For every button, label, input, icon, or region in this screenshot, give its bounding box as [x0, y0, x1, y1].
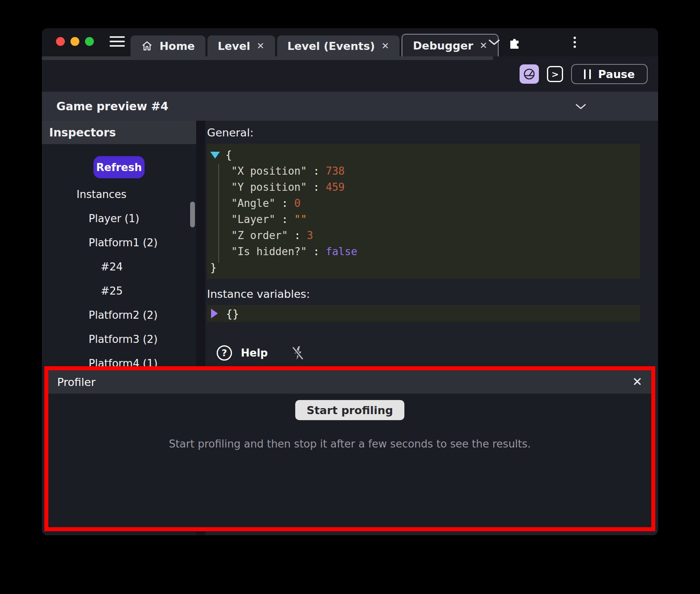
- json-separator: :: [307, 165, 326, 177]
- pause-icon: [584, 69, 591, 79]
- close-tab-icon[interactable]: ✕: [257, 41, 264, 51]
- home-icon: [141, 40, 153, 52]
- refresh-button[interactable]: Refresh: [93, 156, 145, 178]
- json-separator: :: [275, 213, 294, 225]
- json-separator: :: [307, 245, 326, 258]
- game-preview-title: Game preview #4: [56, 100, 168, 113]
- tab-label: Debugger: [413, 39, 473, 52]
- help-icon[interactable]: ?: [217, 345, 232, 361]
- console-prompt-icon: >: [551, 69, 559, 79]
- json-property-lines: "X position" : 738"Y position" : 459"Ang…: [210, 163, 634, 260]
- json-value: 459: [326, 181, 345, 193]
- sidebar-tree-item[interactable]: Player (1): [42, 206, 196, 231]
- json-key: "Angle": [231, 197, 275, 209]
- sidebar-tree-item[interactable]: #24: [42, 255, 196, 279]
- general-json-view: { "X position" : 738"Y position" : 459"A…: [207, 144, 640, 279]
- json-value: 0: [294, 197, 301, 209]
- gauge-icon: [523, 68, 536, 80]
- app-window: Home Level ✕ Level (Events) ✕ Debugger ✕: [42, 28, 658, 535]
- tabbar-scroll-strip: [42, 56, 493, 60]
- instance-variables-label: Instance variables:: [207, 288, 640, 300]
- general-label: General:: [207, 126, 640, 139]
- json-key: "X position": [231, 165, 307, 177]
- json-key: "Y position": [231, 181, 307, 193]
- pause-label: Pause: [598, 68, 635, 80]
- console-button[interactable]: >: [547, 66, 563, 82]
- json-separator: :: [307, 181, 326, 193]
- tab-label: Level (Events): [288, 40, 375, 52]
- sidebar-tree-item[interactable]: Platform1 (2): [42, 231, 196, 255]
- zoom-window-button[interactable]: [85, 37, 94, 46]
- json-key: "Layer": [231, 213, 275, 225]
- json-property-line: "X position" : 738: [210, 163, 634, 179]
- json-property-line: "Angle" : 0: [210, 195, 634, 211]
- debugger-toolbar: > Pause: [42, 56, 658, 92]
- json-value: "": [294, 213, 307, 225]
- expand-expander-icon[interactable]: [211, 309, 218, 318]
- tab-debugger[interactable]: Debugger ✕: [402, 34, 499, 56]
- collapse-expander-icon[interactable]: [210, 152, 220, 159]
- json-property-line: "Y position" : 459: [210, 179, 634, 195]
- chevron-down-icon[interactable]: [576, 104, 586, 109]
- extensions-puzzle-icon[interactable]: [508, 28, 521, 56]
- minimize-window-button[interactable]: [70, 37, 79, 46]
- sidebar-tree-item[interactable]: Platform3 (2): [42, 327, 196, 351]
- more-options-icon[interactable]: [574, 28, 576, 56]
- close-brace: }: [210, 260, 634, 276]
- profiler-body: Start profiling Start profiling and then…: [48, 394, 651, 450]
- close-tab-icon[interactable]: ✕: [381, 41, 389, 51]
- indent-guide: [218, 164, 219, 263]
- sidebar-tree: InstancesPlayer (1)Platform1 (2)#24#25Pl…: [42, 182, 196, 375]
- profiler-panel: Profiler ✕ Start profiling Start profili…: [44, 366, 655, 531]
- menu-icon[interactable]: [110, 36, 125, 47]
- instance-variables-value: {}: [226, 307, 239, 320]
- help-label[interactable]: Help: [241, 347, 268, 359]
- titlebar: Home Level ✕ Level (Events) ✕ Debugger ✕: [42, 28, 658, 56]
- game-preview-selector[interactable]: Game preview #4: [42, 92, 658, 121]
- json-separator: :: [275, 197, 294, 209]
- help-row: ? Help: [207, 345, 640, 361]
- tabs-overflow-chevron-icon[interactable]: [488, 28, 500, 56]
- close-window-button[interactable]: [56, 37, 65, 46]
- flash-off-icon[interactable]: [292, 346, 304, 360]
- tab-label: Level: [218, 40, 251, 52]
- tab-level[interactable]: Level ✕: [207, 35, 275, 56]
- pause-button[interactable]: Pause: [571, 64, 648, 84]
- tab-label: Home: [159, 40, 195, 52]
- start-profiling-button[interactable]: Start profiling: [295, 400, 404, 420]
- json-property-line: "Is hidden?" : false: [210, 243, 634, 260]
- tab-home[interactable]: Home: [130, 35, 205, 56]
- close-profiler-icon[interactable]: ✕: [632, 376, 642, 388]
- profiler-hint: Start profiling and then stop it after a…: [169, 438, 531, 450]
- json-value: false: [326, 245, 357, 258]
- profiler-gauge-button[interactable]: [520, 64, 539, 84]
- instance-variables-row: {}: [207, 305, 640, 322]
- tab-bar: Home Level ✕ Level (Events) ✕ Debugger ✕: [130, 34, 499, 56]
- tab-level-events[interactable]: Level (Events) ✕: [277, 35, 400, 56]
- profiler-header: Profiler ✕: [48, 370, 651, 394]
- json-property-line: "Z order" : 3: [210, 227, 634, 243]
- open-brace: {: [226, 147, 232, 163]
- inspectors-header: Inspectors: [42, 121, 196, 144]
- json-property-line: "Layer" : "": [210, 211, 634, 227]
- sidebar-scrollbar-thumb[interactable]: [190, 202, 195, 227]
- sidebar-tree-item[interactable]: Instances: [42, 182, 196, 206]
- json-value: 3: [307, 229, 313, 241]
- sidebar-tree-item[interactable]: Platform2 (2): [42, 303, 196, 327]
- sidebar-tree-item[interactable]: #25: [42, 279, 196, 303]
- json-key: "Is hidden?": [231, 245, 307, 258]
- traffic-lights: [56, 37, 94, 46]
- json-key: "Z order": [231, 229, 288, 241]
- profiler-title: Profiler: [57, 376, 95, 388]
- json-value: 738: [326, 165, 345, 177]
- close-tab-icon[interactable]: ✕: [480, 41, 487, 50]
- json-separator: :: [288, 229, 307, 241]
